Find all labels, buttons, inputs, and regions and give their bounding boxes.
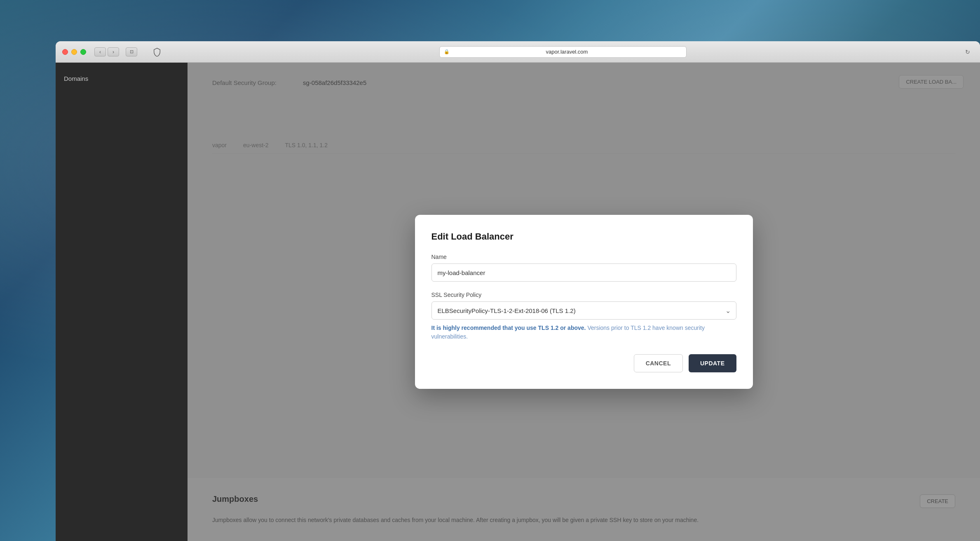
forward-icon: › xyxy=(113,49,114,55)
url-display: vapor.laravel.com xyxy=(452,49,682,55)
sidebar-item-domains[interactable]: Domains xyxy=(56,71,188,86)
titlebar: ‹ › ⊡ 🔒 vapor.laravel.com ↻ xyxy=(56,41,980,63)
modal-actions: CANCEL UPDATE xyxy=(431,354,736,372)
nav-buttons: ‹ › xyxy=(94,47,119,56)
sidebar: Domains xyxy=(56,63,188,541)
content-area: Domains Default Security Group: sg-058af… xyxy=(56,63,980,541)
lock-icon: 🔒 xyxy=(444,49,450,54)
browser-window: ‹ › ⊡ 🔒 vapor.laravel.com ↻ Domains xyxy=(56,41,980,541)
back-icon: ‹ xyxy=(99,49,101,55)
ssl-select[interactable]: ELBSecurityPolicy-TLS-1-2-Ext-2018-06 (T… xyxy=(431,301,736,320)
traffic-lights xyxy=(62,49,86,55)
name-form-group: Name xyxy=(431,254,736,282)
ssl-notice-bold: It is highly recommended that you use TL… xyxy=(431,325,586,331)
modal-overlay: Edit Load Balancer Name SSL Security Pol… xyxy=(188,63,980,541)
maximize-button[interactable] xyxy=(80,49,86,55)
name-label: Name xyxy=(431,254,736,260)
address-bar[interactable]: 🔒 vapor.laravel.com xyxy=(439,46,687,58)
minimize-button[interactable] xyxy=(71,49,77,55)
close-button[interactable] xyxy=(62,49,68,55)
main-content: Default Security Group: sg-058af26d5f333… xyxy=(188,63,980,541)
update-button[interactable]: UPDATE xyxy=(689,354,736,372)
sidebar-toggle-button[interactable]: ⊡ xyxy=(126,47,137,56)
refresh-icon: ↻ xyxy=(965,49,970,55)
ssl-notice: It is highly recommended that you use TL… xyxy=(431,324,736,341)
shield-icon xyxy=(150,45,164,59)
ssl-form-group: SSL Security Policy ELBSecurityPolicy-TL… xyxy=(431,292,736,341)
back-button[interactable]: ‹ xyxy=(94,47,106,56)
forward-button[interactable]: › xyxy=(108,47,119,56)
name-input[interactable] xyxy=(431,263,736,282)
refresh-button[interactable]: ↻ xyxy=(962,47,973,56)
ssl-select-wrapper: ELBSecurityPolicy-TLS-1-2-Ext-2018-06 (T… xyxy=(431,301,736,320)
sidebar-icon: ⊡ xyxy=(130,49,134,54)
modal-title: Edit Load Balancer xyxy=(431,231,736,242)
cancel-button[interactable]: CANCEL xyxy=(634,354,683,372)
ssl-label: SSL Security Policy xyxy=(431,292,736,298)
edit-load-balancer-modal: Edit Load Balancer Name SSL Security Pol… xyxy=(415,215,753,389)
